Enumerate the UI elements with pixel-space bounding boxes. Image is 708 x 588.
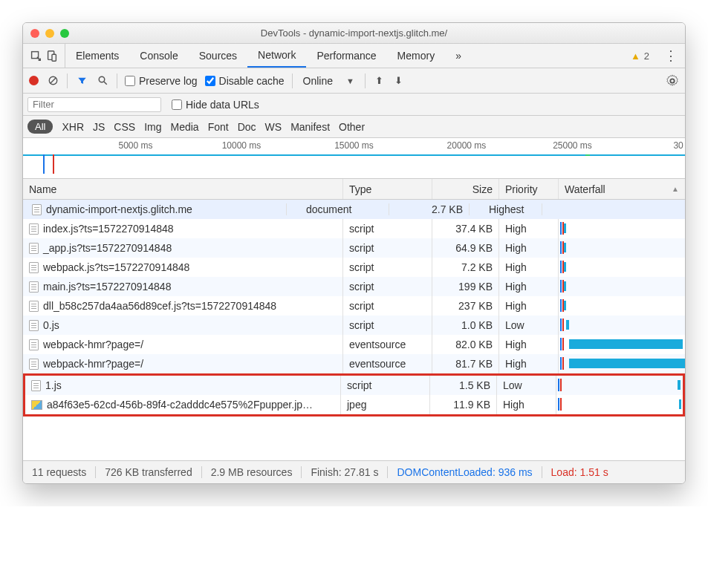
table-row[interactable]: webpack-hmr?page=/eventsource81.7 KBHigh xyxy=(23,354,685,373)
col-size-header[interactable]: Size xyxy=(432,179,499,199)
document-file-icon xyxy=(29,359,39,370)
maximize-window-button[interactable] xyxy=(60,29,69,38)
request-priority: Low xyxy=(497,376,556,395)
request-type: script xyxy=(343,258,432,277)
request-size: 64.9 KB xyxy=(432,238,499,258)
request-size: 11.9 KB xyxy=(430,395,497,414)
table-row[interactable]: webpack-hmr?page=/eventsource82.0 KBHigh xyxy=(23,335,685,354)
download-har-icon[interactable]: ⬇ xyxy=(392,74,406,88)
col-name-header[interactable]: Name xyxy=(23,179,343,199)
request-priority: High xyxy=(497,395,556,414)
table-row[interactable]: a84f63e5-62cd-456b-89f4-c2adddc4e575%2Fp… xyxy=(25,395,683,414)
request-size: 7.2 KB xyxy=(432,258,499,277)
devtools-menu-icon[interactable]: ⋮ xyxy=(657,48,685,64)
request-priority: Low xyxy=(499,316,559,335)
table-row[interactable]: dll_b58c257da4aa56d89cef.js?ts=157227091… xyxy=(23,296,685,316)
stat-requests: 11 requests xyxy=(23,466,96,478)
request-size: 37.4 KB xyxy=(432,219,499,238)
upload-har-icon[interactable]: ⬆ xyxy=(373,74,386,88)
tab-console[interactable]: Console xyxy=(129,44,188,68)
hide-data-urls-checkbox[interactable]: Hide data URLs xyxy=(172,99,259,111)
table-row[interactable]: dynamic-import-nextjs.glitch.medocument2… xyxy=(23,200,685,219)
requests-table: Name Type Size Priority Waterfall ▲ dyna… xyxy=(23,179,685,461)
type-filter-manifest[interactable]: Manifest xyxy=(290,121,330,133)
request-type: document xyxy=(300,203,389,215)
request-name: 0.js xyxy=(43,319,59,331)
type-filter-js[interactable]: JS xyxy=(93,121,105,133)
type-filter-ws[interactable]: WS xyxy=(265,121,282,133)
document-file-icon xyxy=(29,281,39,293)
request-waterfall xyxy=(559,335,685,354)
request-waterfall xyxy=(559,258,685,277)
col-waterfall-header[interactable]: Waterfall ▲ xyxy=(559,179,685,199)
inspect-element-icon[interactable] xyxy=(29,49,42,62)
request-waterfall xyxy=(559,316,685,335)
request-waterfall xyxy=(559,238,685,258)
document-file-icon xyxy=(29,243,39,254)
table-row[interactable]: 1.jsscript1.5 KBLow xyxy=(25,376,683,395)
type-filter-media[interactable]: Media xyxy=(171,121,199,133)
document-file-icon xyxy=(32,204,42,215)
search-icon[interactable] xyxy=(96,74,109,88)
tab-network[interactable]: Network xyxy=(247,44,306,68)
request-size: 2.7 KB xyxy=(403,203,470,215)
request-priority: High xyxy=(499,258,559,277)
device-toggle-icon[interactable] xyxy=(45,49,59,62)
type-filter-font[interactable]: Font xyxy=(208,121,229,133)
record-button[interactable] xyxy=(29,76,39,85)
request-name: dynamic-import-nextjs.glitch.me xyxy=(46,203,192,215)
settings-gear-icon[interactable] xyxy=(666,74,679,88)
table-row[interactable]: webpack.js?ts=1572270914848script7.2 KBH… xyxy=(23,258,685,277)
table-row[interactable]: 0.jsscript1.0 KBLow xyxy=(23,316,685,335)
close-window-button[interactable] xyxy=(30,29,39,38)
request-waterfall xyxy=(556,376,683,395)
filter-input[interactable] xyxy=(27,97,161,112)
request-size: 1.0 KB xyxy=(432,316,499,335)
request-priority: High xyxy=(499,354,559,373)
timeline-tick: 25000 ms xyxy=(553,140,592,151)
stat-transferred: 726 KB transferred xyxy=(96,466,202,478)
col-type-header[interactable]: Type xyxy=(343,179,432,199)
filter-icon[interactable] xyxy=(75,74,88,88)
warnings-indicator[interactable]: ▲ 2 xyxy=(623,50,657,62)
table-row[interactable]: index.js?ts=1572270914848script37.4 KBHi… xyxy=(23,219,685,238)
clear-button[interactable] xyxy=(46,74,59,88)
col-priority-header[interactable]: Priority xyxy=(499,179,559,199)
tab-memory[interactable]: Memory xyxy=(387,44,446,68)
timeline-tick: 5000 ms xyxy=(118,140,152,151)
warning-icon: ▲ xyxy=(631,50,640,62)
request-waterfall xyxy=(559,354,685,373)
request-type: script xyxy=(343,277,432,296)
minimize-window-button[interactable] xyxy=(45,29,54,38)
stat-resources: 2.9 MB resources xyxy=(202,466,302,478)
request-name: webpack.js?ts=1572270914848 xyxy=(43,261,189,273)
throttling-select[interactable]: Online ▼ xyxy=(300,75,357,87)
status-bar: 11 requests 726 KB transferred 2.9 MB re… xyxy=(23,461,685,483)
request-type: eventsource xyxy=(343,335,432,354)
request-name: 1.js xyxy=(45,379,62,391)
request-priority: Highest xyxy=(483,203,542,215)
type-filter-all[interactable]: All xyxy=(27,120,53,134)
request-priority: High xyxy=(499,335,559,354)
type-filter-img[interactable]: Img xyxy=(144,121,161,133)
timeline-overview[interactable]: 5000 ms10000 ms15000 ms20000 ms25000 ms3… xyxy=(23,138,685,179)
tab-performance[interactable]: Performance xyxy=(306,44,386,68)
warning-count: 2 xyxy=(644,50,649,62)
type-filter-other[interactable]: Other xyxy=(339,121,365,133)
type-filter-css[interactable]: CSS xyxy=(114,121,135,133)
table-row[interactable]: main.js?ts=1572270914848script199 KBHigh xyxy=(23,277,685,296)
document-file-icon xyxy=(29,301,39,312)
type-filter-xhr[interactable]: XHR xyxy=(62,121,84,133)
table-row[interactable]: _app.js?ts=1572270914848script64.9 KBHig… xyxy=(23,238,685,258)
tab-sources[interactable]: Sources xyxy=(189,44,247,68)
preserve-log-checkbox[interactable]: Preserve log xyxy=(125,75,198,87)
document-file-icon xyxy=(29,223,39,235)
inspect-buttons xyxy=(23,44,65,68)
disable-cache-checkbox[interactable]: Disable cache xyxy=(205,75,285,87)
more-tabs-button[interactable]: » xyxy=(445,50,472,62)
request-name: _app.js?ts=1572270914848 xyxy=(43,242,172,254)
type-filter-doc[interactable]: Doc xyxy=(238,121,256,133)
request-type: script xyxy=(343,238,432,258)
tab-elements[interactable]: Elements xyxy=(65,44,129,68)
request-name: index.js?ts=1572270914848 xyxy=(43,223,174,235)
